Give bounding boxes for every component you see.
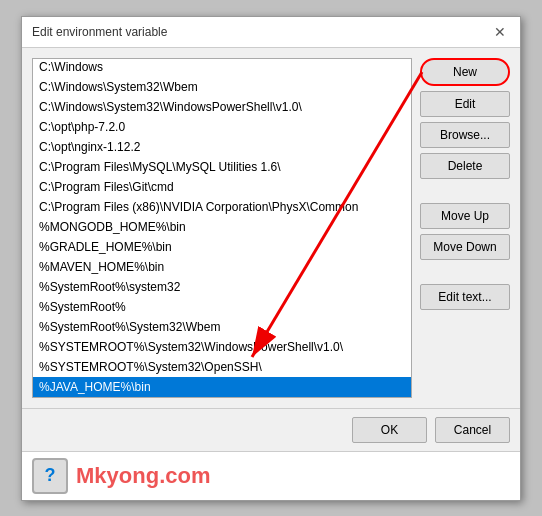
watermark-text: Mkyong.com <box>76 463 210 489</box>
path-list[interactable]: C:\Program Files (x86)\Common Files\Orac… <box>32 58 412 398</box>
list-item[interactable]: %SystemRoot% <box>33 297 411 317</box>
list-item[interactable]: %GRADLE_HOME%\bin <box>33 237 411 257</box>
dialog-title: Edit environment variable <box>32 25 167 39</box>
list-item[interactable]: %MONGODB_HOME%\bin <box>33 217 411 237</box>
list-item[interactable]: %SystemRoot%\System32\Wbem <box>33 317 411 337</box>
watermark-icon: ? <box>32 458 68 494</box>
move-down-button[interactable]: Move Down <box>420 234 510 260</box>
dialog-body: C:\Program Files (x86)\Common Files\Orac… <box>22 48 520 408</box>
list-item[interactable]: C:\Windows <box>33 58 411 77</box>
spacer2 <box>420 265 510 279</box>
list-item[interactable]: C:\Program Files (x86)\NVIDIA Corporatio… <box>33 197 411 217</box>
list-item[interactable]: %JAVA_HOME%\bin <box>33 377 411 397</box>
edit-button[interactable]: Edit <box>420 91 510 117</box>
edit-text-button[interactable]: Edit text... <box>420 284 510 310</box>
list-item[interactable]: C:\Program Files\Git\cmd <box>33 177 411 197</box>
list-item[interactable]: C:\Program Files\MySQL\MySQL Utilities 1… <box>33 157 411 177</box>
new-button[interactable]: New <box>420 58 510 86</box>
list-item[interactable]: C:\Windows\System32\Wbem <box>33 77 411 97</box>
list-item[interactable]: %MAVEN_HOME%\bin <box>33 257 411 277</box>
delete-button[interactable]: Delete <box>420 153 510 179</box>
watermark: ? Mkyong.com <box>22 451 520 500</box>
action-buttons: New Edit Browse... Delete Move Up Move D… <box>420 58 510 398</box>
cancel-button[interactable]: Cancel <box>435 417 510 443</box>
title-bar: Edit environment variable ✕ <box>22 17 520 48</box>
close-button[interactable]: ✕ <box>490 25 510 39</box>
ok-button[interactable]: OK <box>352 417 427 443</box>
edit-env-variable-dialog: Edit environment variable ✕ C:\Program F… <box>21 16 521 501</box>
list-item[interactable]: %SYSTEMROOT%\System32\WindowsPowerShell\… <box>33 337 411 357</box>
list-item[interactable]: %SYSTEMROOT%\System32\OpenSSH\ <box>33 357 411 377</box>
browse-button[interactable]: Browse... <box>420 122 510 148</box>
list-item[interactable]: C:\opt\php-7.2.0 <box>33 117 411 137</box>
spacer1 <box>420 184 510 198</box>
list-item[interactable]: %SystemRoot%\system32 <box>33 277 411 297</box>
list-item[interactable]: C:\Windows\System32\WindowsPowerShell\v1… <box>33 97 411 117</box>
move-up-button[interactable]: Move Up <box>420 203 510 229</box>
list-item[interactable]: C:\opt\nginx-1.12.2 <box>33 137 411 157</box>
dialog-footer: OK Cancel <box>22 408 520 451</box>
